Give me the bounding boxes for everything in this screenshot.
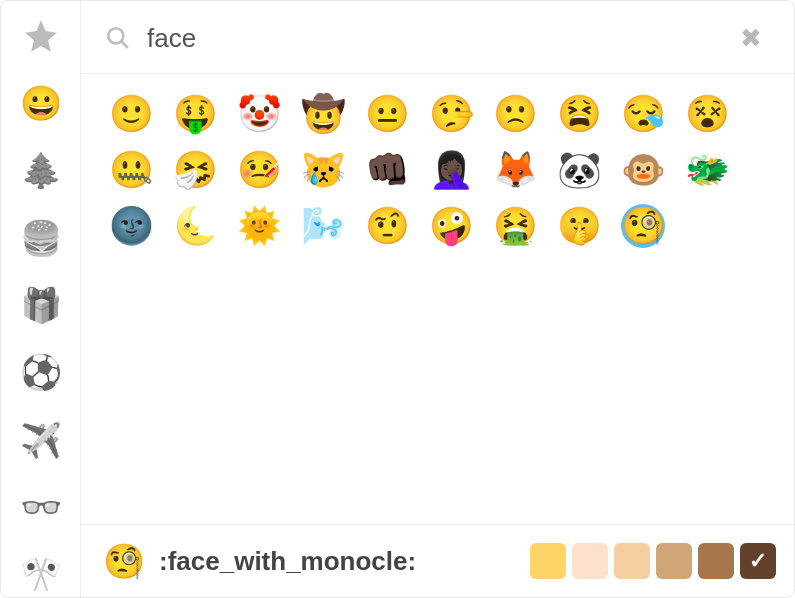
emoji-glyph: 😐 — [365, 92, 409, 136]
emoji-glyph: 🙁 — [493, 92, 537, 136]
emoji-glyph: 😪 — [621, 92, 665, 136]
svg-point-0 — [108, 28, 123, 43]
category-icon: 🎌 — [20, 554, 62, 594]
emoji-glyph: 🤫 — [557, 204, 601, 248]
svg-line-1 — [122, 42, 128, 48]
emoji-zany_face[interactable]: 🤪 — [419, 198, 483, 254]
category-icon: ✈️ — [20, 420, 62, 460]
emoji-dizzy_face[interactable]: 😵 — [675, 86, 739, 142]
emoji-glyph: 🌚 — [109, 204, 153, 248]
emoji-cowboy_hat_face[interactable]: 🤠 — [291, 86, 355, 142]
emoji-glyph: 🤑 — [173, 92, 217, 136]
category-rail: 😀🌲🍔🎁⚽✈️👓🎌 — [1, 1, 81, 597]
emoji-glyph: 🦊 — [493, 148, 537, 192]
emoji-last_quarter_moon_with_face[interactable]: 🌜 — [163, 198, 227, 254]
emoji-glyph: 🤒 — [237, 148, 281, 192]
emoji-glyph: 👊🏿 — [365, 148, 409, 192]
skin-tone-tone4[interactable] — [698, 543, 734, 579]
search-input[interactable] — [145, 22, 722, 55]
emoji-sun_with_face[interactable]: 🌞 — [227, 198, 291, 254]
picker-main: ✖ 🙂🤑🤡🤠😐🤥🙁😫😪😵🤐🤧🤒😿👊🏿🤦🏿‍♀️🦊🐼🐵🐲🌚🌜🌞🌬️🤨🤪🤮🤫🧐 🧐 … — [81, 1, 794, 597]
emoji-slightly_smiling_face[interactable]: 🙂 — [99, 86, 163, 142]
emoji-face_with_thermometer[interactable]: 🤒 — [227, 142, 291, 198]
emoji-shushing_face[interactable]: 🤫 — [547, 198, 611, 254]
category-icon: 🍔 — [20, 218, 62, 258]
search-bar: ✖ — [81, 1, 794, 74]
emoji-glyph: 🙂 — [109, 92, 153, 136]
emoji-glyph: 🌞 — [237, 204, 281, 248]
emoji-zipper_mouth_face[interactable]: 🤐 — [99, 142, 163, 198]
emoji-face_with_monocle[interactable]: 🧐 — [611, 198, 675, 254]
emoji-glyph: 🧐 — [621, 204, 665, 248]
emoji-money_mouth_face[interactable]: 🤑 — [163, 86, 227, 142]
emoji-sleepy_face[interactable]: 😪 — [611, 86, 675, 142]
emoji-glyph: 🌬️ — [301, 204, 345, 248]
emoji-glyph: 🤧 — [173, 148, 217, 192]
category-icon: 🌲 — [20, 150, 62, 190]
emoji-crying_cat_face[interactable]: 😿 — [291, 142, 355, 198]
category-icon: 😀 — [20, 83, 62, 123]
emoji-glyph: 😿 — [301, 148, 345, 192]
clear-search-icon[interactable]: ✖ — [736, 21, 766, 55]
category-icon: 👓 — [20, 487, 62, 527]
emoji-grid: 🙂🤑🤡🤠😐🤥🙁😫😪😵🤐🤧🤒😿👊🏿🤦🏿‍♀️🦊🐼🐵🐲🌚🌜🌞🌬️🤨🤪🤮🤫🧐 — [81, 74, 794, 524]
category-food[interactable]: 🍔 — [17, 215, 65, 260]
emoji-picker: 😀🌲🍔🎁⚽✈️👓🎌 ✖ 🙂🤑🤡🤠😐🤥🙁😫😪😵🤐🤧🤒😿👊🏿🤦🏿‍♀️🦊🐼🐵🐲🌚🌜🌞… — [0, 0, 795, 598]
emoji-glyph: 🤐 — [109, 148, 153, 192]
emoji-glyph: 😫 — [557, 92, 601, 136]
emoji-wind_face[interactable]: 🌬️ — [291, 198, 355, 254]
emoji-neutral_face[interactable]: 😐 — [355, 86, 419, 142]
category-people[interactable]: 😀 — [17, 80, 65, 125]
emoji-face_with_raised_eyebrow[interactable]: 🤨 — [355, 198, 419, 254]
category-travel[interactable]: ✈️ — [17, 417, 65, 462]
emoji-glyph: 🤮 — [493, 204, 537, 248]
category-recent[interactable] — [17, 13, 65, 58]
category-activity[interactable]: ⚽ — [17, 350, 65, 395]
emoji-sneezing_face[interactable]: 🤧 — [163, 142, 227, 198]
emoji-oncoming_fist[interactable]: 👊🏿 — [355, 142, 419, 198]
emoji-glyph: 🤡 — [237, 92, 281, 136]
emoji-glyph: 🤠 — [301, 92, 345, 136]
emoji-tired_face[interactable]: 😫 — [547, 86, 611, 142]
emoji-lying_face[interactable]: 🤥 — [419, 86, 483, 142]
emoji-glyph: 🤪 — [429, 204, 473, 248]
preview-emoji: 🧐 — [103, 544, 145, 578]
emoji-monkey_face[interactable]: 🐵 — [611, 142, 675, 198]
emoji-panda_face[interactable]: 🐼 — [547, 142, 611, 198]
category-flags[interactable]: 🎌 — [17, 552, 65, 597]
emoji-new_moon_with_face[interactable]: 🌚 — [99, 198, 163, 254]
emoji-glyph: 😵 — [685, 92, 729, 136]
emoji-glyph: 🐼 — [557, 148, 601, 192]
emoji-face_vomiting[interactable]: 🤮 — [483, 198, 547, 254]
skin-tone-tone2[interactable] — [614, 543, 650, 579]
emoji-face_palm[interactable]: 🤦🏿‍♀️ — [419, 142, 483, 198]
category-icon: 🎁 — [20, 285, 62, 325]
emoji-glyph: 🤦🏿‍♀️ — [429, 148, 473, 192]
emoji-glyph: 🐵 — [621, 148, 665, 192]
category-nature[interactable]: 🌲 — [17, 148, 65, 193]
emoji-slightly_frowning_face[interactable]: 🙁 — [483, 86, 547, 142]
check-icon: ✓ — [749, 548, 767, 574]
preview-bar: 🧐 :face_with_monocle: ✓ — [81, 524, 794, 597]
skin-tone-tone5[interactable]: ✓ — [740, 543, 776, 579]
preview-shortcode: :face_with_monocle: — [159, 546, 516, 577]
category-icon: ⚽ — [20, 352, 62, 392]
category-objects[interactable]: 🎁 — [17, 282, 65, 327]
skin-tone-swatches: ✓ — [530, 543, 776, 579]
emoji-dragon_face[interactable]: 🐲 — [675, 142, 739, 198]
emoji-clown_face[interactable]: 🤡 — [227, 86, 291, 142]
emoji-glyph: 🌜 — [173, 204, 217, 248]
category-symbols[interactable]: 👓 — [17, 484, 65, 529]
emoji-glyph: 🤥 — [429, 92, 473, 136]
skin-tone-tone1[interactable] — [572, 543, 608, 579]
skin-tone-default[interactable] — [530, 543, 566, 579]
search-icon — [105, 25, 131, 51]
emoji-glyph: 🤨 — [365, 204, 409, 248]
skin-tone-tone3[interactable] — [656, 543, 692, 579]
emoji-glyph: 🐲 — [685, 148, 729, 192]
emoji-fox_face[interactable]: 🦊 — [483, 142, 547, 198]
